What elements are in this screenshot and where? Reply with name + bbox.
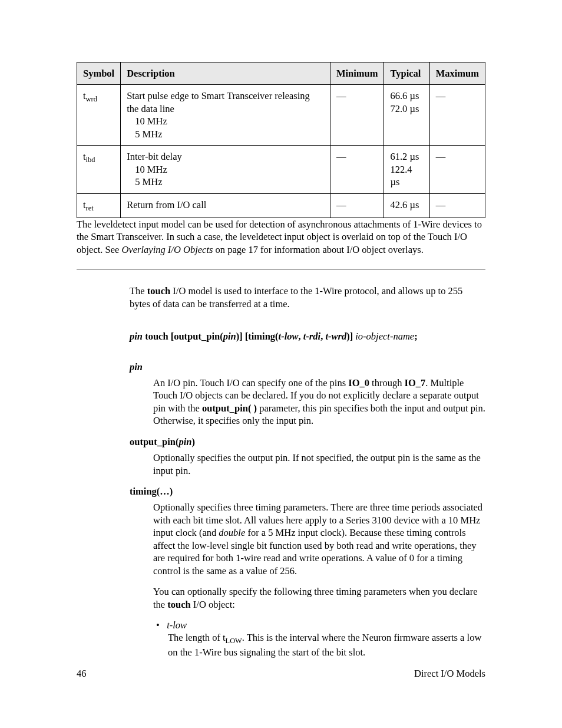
param-timing-desc1: Optionally specifies three timing parame… xyxy=(153,501,485,577)
col-symbol: Symbol xyxy=(77,62,121,85)
col-maximum: Maximum xyxy=(429,62,485,85)
document-page: Symbol Description Minimum Typical Maxim… xyxy=(0,0,562,728)
cell-max: — xyxy=(429,85,485,146)
param-outputpin-term: output_pin(pin) xyxy=(130,436,485,448)
cell-min: — xyxy=(330,193,384,218)
col-description: Description xyxy=(121,62,330,85)
section-title: Direct I/O Models xyxy=(414,667,485,680)
cell-min: — xyxy=(330,146,384,193)
param-pin-term: pin xyxy=(130,361,485,373)
param-timing-desc2: You can optionally specify the following… xyxy=(153,585,485,611)
cell-min: — xyxy=(330,85,384,146)
cell-typ: 61.2 µs 122.4 µs xyxy=(384,146,429,193)
page-footer: 46 Direct I/O Models xyxy=(77,667,485,680)
cell-max: — xyxy=(429,146,485,193)
cell-symbol: tibd xyxy=(77,146,121,193)
timing-table: Symbol Description Minimum Typical Maxim… xyxy=(77,62,485,218)
table-row: twrd Start pulse edge to Smart Transceiv… xyxy=(77,85,485,146)
cell-description: Inter-bit delay 10 MHz 5 MHz xyxy=(121,146,330,193)
cell-symbol: tret xyxy=(77,193,121,218)
cell-max: — xyxy=(429,193,485,218)
leveldetect-note: The leveldetect input model can be used … xyxy=(77,218,485,256)
page-number: 46 xyxy=(77,667,87,680)
cell-typ: 66.6 µs 72.0 µs xyxy=(384,85,429,146)
cell-typ: 42.6 µs xyxy=(384,193,429,218)
bullet-tlow: • t-low xyxy=(168,619,485,631)
cell-symbol: twrd xyxy=(77,85,121,146)
param-outputpin-desc: Optionally specifies the output pin. If … xyxy=(153,452,485,477)
section-divider xyxy=(77,269,485,269)
col-typical: Typical xyxy=(384,62,429,85)
table-row: tibd Inter-bit delay 10 MHz 5 MHz — 61.2… xyxy=(77,146,485,193)
col-minimum: Minimum xyxy=(330,62,384,85)
table-header-row: Symbol Description Minimum Typical Maxim… xyxy=(77,62,485,85)
syntax-declaration: pin touch [output_pin(pin)] [timing(t-lo… xyxy=(130,330,485,342)
param-timing-term: timing(…) xyxy=(130,485,485,498)
cell-description: Return from I/O call xyxy=(121,193,330,218)
cell-description: Start pulse edge to Smart Transceiver re… xyxy=(121,85,330,146)
table-row: tret Return from I/O call — 42.6 µs — xyxy=(77,193,485,218)
touch-intro: The touch I/O model is used to interface… xyxy=(130,285,485,310)
param-pin-desc: An I/O pin. Touch I/O can specify one of… xyxy=(153,377,485,427)
bullet-tlow-body: The length of tLOW. This is the interval… xyxy=(168,631,485,658)
